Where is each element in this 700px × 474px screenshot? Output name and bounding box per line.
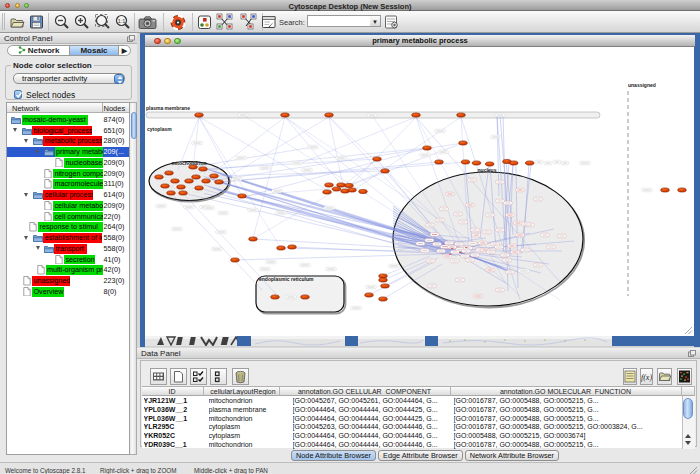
svg-text:cytoplasm: cytoplasm — [147, 126, 172, 132]
svg-text:1:1: 1:1 — [118, 18, 126, 24]
svg-text:endoplasmic reticulum: endoplasmic reticulum — [259, 276, 314, 282]
svg-text:unassigned: unassigned — [628, 82, 656, 88]
svg-text:nucleus: nucleus — [478, 167, 497, 173]
svg-text:plasma membrane: plasma membrane — [146, 105, 190, 111]
svg-text:f(x): f(x) — [641, 373, 652, 382]
svg-text:mitochondrion: mitochondrion — [172, 160, 207, 166]
